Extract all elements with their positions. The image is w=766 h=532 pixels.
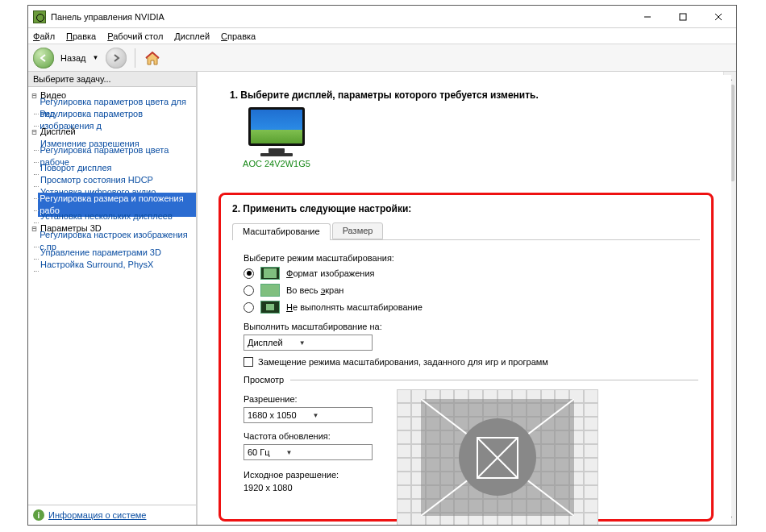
radio-aspect[interactable] (244, 268, 254, 279)
forward-button[interactable] (106, 48, 127, 69)
chevron-down-icon: ▼ (313, 412, 319, 419)
radio-fullscreen[interactable] (244, 285, 254, 296)
back-button[interactable] (33, 48, 54, 69)
native-label: Исходное разрешение: (244, 470, 373, 480)
tree-item-multi-display[interactable]: Установка нескольких дисплеев (39, 210, 174, 222)
toolbar-divider (135, 48, 135, 68)
tree-toggle-video[interactable]: ⊟ (30, 89, 39, 102)
monitor-name: AOC 24V2W1G5 (236, 159, 317, 168)
refresh-label: Частота обновления: (244, 431, 373, 441)
minimize-button[interactable] (630, 6, 665, 28)
scaling-mode-label: Выберите режим масштабирования: (244, 253, 698, 263)
menu-edit[interactable]: Правка (66, 31, 96, 41)
radio-noscale-label: Не выполнять масштабирование (286, 302, 423, 312)
resolution-value: 1680 x 1050 (248, 410, 297, 420)
monitor-icon (248, 107, 305, 146)
aspect-icon (260, 267, 280, 280)
menubar: Файл Правка Рабочий стол Дисплей Справка (28, 28, 736, 44)
noscale-icon (260, 301, 280, 314)
menu-desktop[interactable]: Рабочий стол (107, 31, 163, 41)
content-area: ▲▼ 1. Выберите дисплей, параметры которо… (198, 72, 736, 525)
window-title: Панель управления NVIDIA (51, 12, 164, 22)
sidebar-header: Выберите задачу... (28, 72, 196, 87)
maximize-button[interactable] (665, 6, 701, 28)
system-info-link[interactable]: Информация о системе (48, 510, 146, 520)
task-tree: ⊟Видео Регулировка параметров цвета для … (28, 87, 196, 505)
tree-group-display: Дисплей (39, 126, 77, 138)
svg-rect-1 (680, 14, 686, 20)
refresh-value: 60 Гц (248, 447, 270, 457)
monitor-item[interactable]: AOC 24V2W1G5 (236, 107, 317, 168)
menu-help[interactable]: Справка (221, 31, 256, 41)
tree-toggle-display[interactable]: ⊟ (30, 126, 39, 138)
chevron-down-icon: ▼ (299, 339, 306, 347)
override-label: Замещение режима масштабирования, заданн… (258, 357, 548, 367)
back-dropdown[interactable]: ▼ (93, 54, 101, 61)
titlebar: Панель управления NVIDIA (28, 6, 736, 28)
preview-pane (397, 389, 598, 525)
perform-on-label: Выполнить масштабирование на: (244, 322, 698, 331)
nvidia-icon (33, 10, 46, 23)
home-button[interactable] (144, 49, 161, 67)
sidebar: Выберите задачу... ⊟Видео Регулировка па… (28, 72, 198, 525)
perform-on-value: Дисплей (248, 338, 283, 347)
close-button[interactable] (701, 6, 736, 28)
tree-item-3d-manage[interactable]: Управление параметрами 3D (39, 247, 163, 259)
step2-heading: 2. Применить следующие настройки: (232, 203, 700, 214)
tab-scaling[interactable]: Масштабирование (232, 223, 331, 240)
fullscreen-icon (260, 284, 280, 297)
info-icon: i (33, 509, 44, 521)
tree-item-surround[interactable]: Настройка Surround, PhysX (39, 259, 155, 271)
menu-file[interactable]: Файл (33, 31, 55, 41)
radio-fullscreen-label: Во весь экран (286, 285, 343, 295)
highlight-box: 2. Применить следующие настройки: Масшта… (219, 193, 714, 522)
radio-noscale[interactable] (244, 302, 254, 313)
tab-size[interactable]: Размер (332, 222, 384, 239)
resolution-select[interactable]: 1680 x 1050 ▼ (244, 407, 373, 423)
chevron-down-icon: ▼ (286, 449, 293, 456)
perform-on-select[interactable]: Дисплей ▼ (244, 335, 373, 351)
back-label: Назад (60, 53, 86, 63)
app-window: Панель управления NVIDIA Файл Правка Раб… (27, 5, 737, 526)
override-checkbox[interactable] (244, 357, 253, 367)
menu-display[interactable]: Дисплей (174, 31, 210, 41)
tree-item-hdcp[interactable]: Просмотр состояния HDCP (39, 174, 155, 186)
tree-item-rotate[interactable]: Поворот дисплея (39, 162, 113, 174)
step1-heading: 1. Выберите дисплей, параметры которого … (230, 89, 731, 101)
preview-label: Просмотр (244, 375, 284, 384)
refresh-select[interactable]: 60 Гц ▼ (244, 444, 373, 460)
native-value: 1920 x 1080 (244, 483, 373, 493)
toolbar: Назад ▼ (28, 44, 736, 72)
resolution-label: Разрешение: (244, 394, 373, 404)
radio-aspect-label: Формат изображения (286, 268, 375, 278)
sidebar-footer: i Информация о системе (28, 505, 196, 525)
